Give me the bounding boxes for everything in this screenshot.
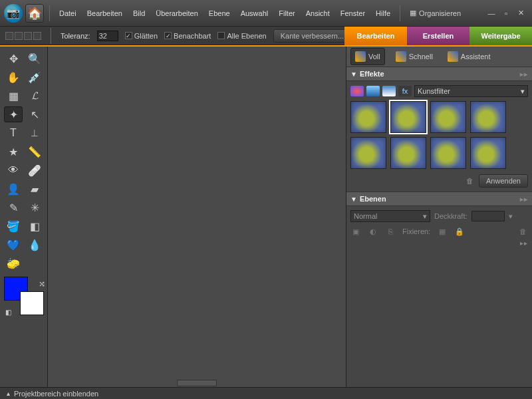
tool-eraser[interactable]: ▰ bbox=[25, 181, 44, 197]
lock-pixels-icon[interactable]: ▦ bbox=[437, 226, 448, 237]
sel-sub-icon[interactable] bbox=[24, 32, 32, 40]
blend-mode-select[interactable]: Normal▾ bbox=[350, 210, 430, 222]
tool-eyedrop[interactable]: 💉 bbox=[25, 69, 44, 85]
effect-thumb[interactable] bbox=[390, 137, 426, 169]
tolerance-input[interactable] bbox=[97, 31, 118, 41]
effect-thumb[interactable] bbox=[390, 101, 426, 133]
effect-thumb[interactable] bbox=[470, 137, 506, 169]
mode-tab-edit[interactable]: Bearbeiten bbox=[344, 27, 407, 45]
tool-brush[interactable]: ✎ bbox=[4, 200, 23, 215]
tab-full[interactable]: Voll bbox=[350, 48, 385, 65]
sel-new-icon[interactable] bbox=[5, 32, 13, 40]
layers-panel-header[interactable]: ▼ Ebenen ▸▸ bbox=[346, 192, 532, 206]
selection-mode-swatches[interactable] bbox=[5, 32, 41, 40]
menu-image[interactable]: Bild bbox=[129, 7, 149, 20]
menu-select[interactable]: Auswahl bbox=[237, 7, 273, 20]
menu-help[interactable]: Hilfe bbox=[372, 7, 394, 20]
styles-icon[interactable] bbox=[366, 86, 380, 96]
mode-tab-share[interactable]: Weitergabe bbox=[469, 27, 532, 45]
tool-lasso[interactable]: 𝓛 bbox=[25, 88, 44, 104]
trash-icon[interactable]: 🗑 bbox=[517, 226, 528, 237]
lock-all-icon[interactable]: 🔒 bbox=[454, 226, 465, 237]
home-button[interactable]: 🏠 bbox=[25, 4, 44, 23]
tool-move[interactable]: ✥ bbox=[4, 51, 23, 66]
menu-window[interactable]: Fenster bbox=[336, 7, 369, 20]
tool-hand[interactable]: ✋ bbox=[4, 69, 23, 85]
canvas-scrollbar[interactable] bbox=[177, 380, 217, 386]
menu-layer[interactable]: Ebene bbox=[205, 7, 234, 20]
tool-zoom[interactable]: 🔍 bbox=[25, 51, 44, 66]
sel-int-icon[interactable] bbox=[33, 32, 41, 40]
tool-straighten[interactable]: 📏 bbox=[25, 144, 44, 160]
panel-menu-icon[interactable]: ▸▸ bbox=[520, 239, 528, 247]
effect-category-select[interactable]: Kunstfilter▾ bbox=[414, 85, 528, 97]
sel-add-icon[interactable] bbox=[15, 32, 23, 40]
organize-label: Organisieren bbox=[419, 9, 461, 17]
edit-mode-tabs: Voll Schnell Assistent bbox=[346, 47, 532, 66]
new-layer-icon[interactable]: ▣ bbox=[350, 226, 361, 237]
default-colors-icon[interactable]: ◧ bbox=[5, 309, 11, 316]
minimize-button[interactable]: — bbox=[487, 9, 496, 18]
tolerance-label: Toleranz: bbox=[61, 32, 90, 40]
menu-filter[interactable]: Filter bbox=[275, 7, 299, 20]
effects-icon[interactable] bbox=[382, 86, 396, 96]
tool-marquee[interactable]: ▦ bbox=[4, 88, 23, 104]
menu-view[interactable]: Ansicht bbox=[302, 7, 334, 20]
contig-label: Benachbart bbox=[174, 32, 211, 40]
maximize-button[interactable]: ▫ bbox=[501, 9, 511, 18]
all-layers-checkbox[interactable]: Alle Ebenen bbox=[217, 32, 266, 40]
apply-button[interactable]: Anwenden bbox=[479, 174, 528, 188]
tool-sponge[interactable]: 🧽 bbox=[4, 255, 23, 271]
separator bbox=[400, 5, 400, 21]
tool-gradient[interactable]: ◧ bbox=[25, 218, 44, 234]
effect-thumb[interactable] bbox=[470, 101, 506, 133]
chevron-down-icon[interactable]: ▾ bbox=[509, 212, 513, 221]
refine-edge-button[interactable]: Kante verbessern... bbox=[273, 29, 351, 43]
tool-bucket[interactable]: 🪣 bbox=[4, 218, 23, 234]
panel-menu-icon[interactable]: ▸▸ bbox=[520, 196, 528, 203]
tool-crop[interactable]: ⟂ bbox=[25, 125, 44, 141]
tool-smart[interactable]: ✳ bbox=[25, 200, 44, 215]
effect-thumb[interactable] bbox=[350, 101, 386, 133]
tab-quick[interactable]: Schnell bbox=[392, 49, 437, 65]
project-bin-toggle[interactable]: Projektbereich einblenden bbox=[14, 390, 98, 398]
tool-wand[interactable]: ✦ bbox=[4, 106, 23, 122]
tab-guided-label: Assistent bbox=[461, 53, 491, 61]
swap-colors-icon[interactable]: ⤭ bbox=[39, 279, 45, 289]
panel-menu-icon[interactable]: ▸▸ bbox=[520, 70, 528, 78]
link-icon[interactable]: ⎘ bbox=[385, 226, 396, 237]
tool-redeye[interactable]: 👁 bbox=[4, 162, 23, 178]
filters-icon[interactable] bbox=[350, 86, 364, 96]
contiguous-checkbox[interactable]: ✓Benachbart bbox=[164, 32, 211, 40]
effects-panel-header[interactable]: ▼ Effekte ▸▸ bbox=[346, 66, 532, 81]
background-color[interactable] bbox=[20, 291, 44, 315]
trash-icon[interactable]: 🗑 bbox=[466, 177, 473, 185]
close-button[interactable]: ✕ bbox=[516, 9, 525, 18]
tool-clone[interactable]: 👤 bbox=[4, 181, 23, 197]
tool-shape[interactable]: 💙 bbox=[4, 237, 23, 253]
opacity-input[interactable] bbox=[471, 211, 505, 221]
menu-enhance[interactable]: Überarbeiten bbox=[152, 7, 202, 20]
check-icon: ✓ bbox=[164, 32, 172, 39]
tool-quick-sel[interactable]: ↖ bbox=[25, 106, 44, 122]
effect-thumb[interactable] bbox=[430, 137, 466, 169]
organize-button[interactable]: ▦ Organisieren bbox=[406, 6, 465, 20]
menu-edit[interactable]: Bearbeiten bbox=[83, 7, 126, 20]
chevron-up-icon[interactable]: ▴ bbox=[7, 390, 10, 397]
adjustment-icon[interactable]: ◐ bbox=[368, 226, 378, 237]
smooth-checkbox[interactable]: ✓Glätten bbox=[125, 32, 158, 40]
canvas-area[interactable] bbox=[48, 47, 346, 387]
mode-tab-create[interactable]: Erstellen bbox=[407, 27, 469, 45]
layers-title: Ebenen bbox=[360, 195, 386, 203]
fx-icon[interactable]: fx bbox=[398, 86, 412, 96]
tab-guided[interactable]: Assistent bbox=[444, 49, 495, 65]
menu-file[interactable]: Datei bbox=[55, 7, 80, 20]
tool-cookie[interactable]: ★ bbox=[4, 144, 23, 160]
effect-thumb[interactable] bbox=[430, 101, 466, 133]
tool-type[interactable]: T bbox=[4, 125, 23, 141]
chevron-down-icon: ▼ bbox=[350, 196, 357, 203]
tool-blur[interactable]: 💧 bbox=[25, 237, 44, 253]
tab-full-label: Voll bbox=[368, 53, 380, 61]
effect-thumb[interactable] bbox=[350, 137, 386, 169]
tool-heal[interactable]: 🩹 bbox=[25, 162, 44, 178]
